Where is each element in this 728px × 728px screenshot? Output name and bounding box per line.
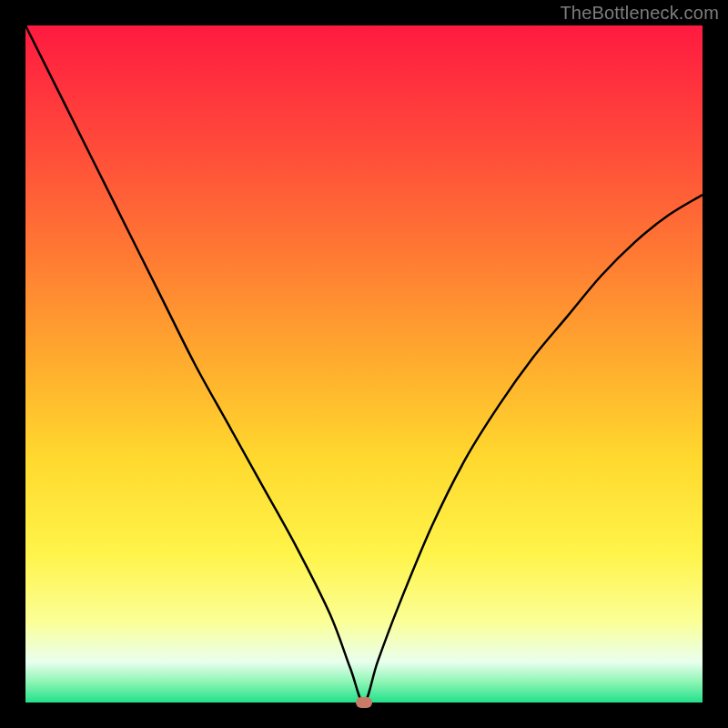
minimum-marker	[356, 697, 372, 708]
bottleneck-curve	[25, 25, 703, 703]
plot-area	[25, 25, 703, 703]
chart-frame: TheBottleneck.com	[0, 0, 728, 728]
watermark-text: TheBottleneck.com	[560, 3, 719, 24]
